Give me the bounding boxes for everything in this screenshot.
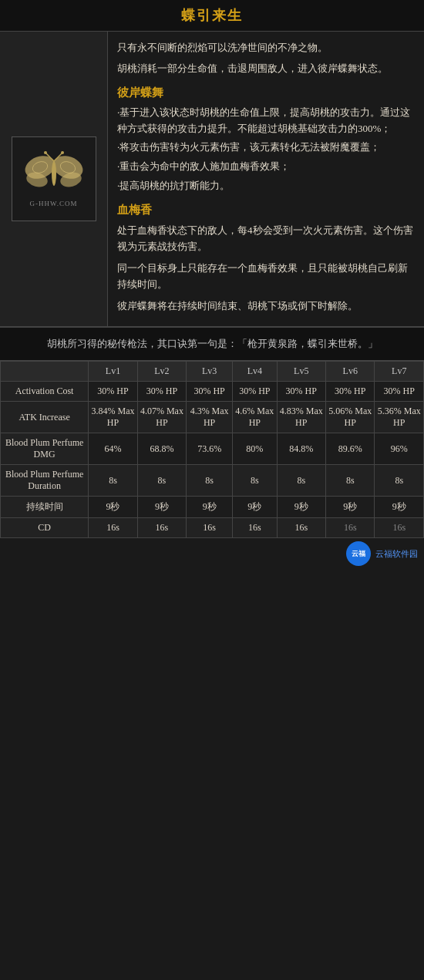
row-value-cell: 68.8% xyxy=(137,433,186,465)
row-value-cell: 4.6% Max HP xyxy=(233,402,277,433)
butterfly-icon xyxy=(23,150,85,197)
desc1-text: 胡桃消耗一部分生命值，击退周围敌人，进入彼岸蝶舞状态。 xyxy=(117,60,415,76)
row-value-cell: 30% HP xyxy=(233,382,277,402)
row-value-cell: 30% HP xyxy=(326,382,375,402)
row-value-cell: 4.07% Max HP xyxy=(137,402,186,433)
svg-point-4 xyxy=(52,161,56,186)
lore-text: 胡桃所习得的秘传枪法，其口诀第一句是：「枪开黄泉路，蝶引来世桥。」 xyxy=(47,338,378,349)
row-value-cell: 80% xyxy=(233,433,277,465)
stats-table: Lv1 Lv2 Lv3 Lv4 Lv5 Lv6 Lv7 Activation C… xyxy=(0,361,424,538)
title-bar: 蝶引来生 xyxy=(0,0,424,32)
content-area: G-HHW.COM 只有永不间断的烈焰可以洗净世间的不净之物。 胡桃消耗一部分生… xyxy=(0,32,424,327)
row-label-cell: ATK Increase xyxy=(1,402,89,433)
row-value-cell: 8s xyxy=(89,465,137,497)
svg-point-8 xyxy=(61,151,64,154)
table-row: CD16s16s16s16s16s16s16s xyxy=(1,518,424,538)
table-row: Blood Plum Perfume Duration8s8s8s8s8s8s8… xyxy=(1,465,424,497)
table-row: 持续时间9秒9秒9秒9秒9秒9秒9秒 xyxy=(1,497,424,518)
footer-logo: 云福 云福软件园 xyxy=(346,541,418,566)
blood-desc3: 彼岸蝶舞将在持续时间结束、胡桃下场或倒下时解除。 xyxy=(117,298,415,314)
row-label-cell: Activation Cost xyxy=(1,382,89,402)
logo-full-text: 云福软件园 xyxy=(375,548,418,560)
row-value-cell: 4.83% Max HP xyxy=(277,402,325,433)
row-value-cell: 16s xyxy=(277,518,325,538)
col-lv2: Lv2 xyxy=(137,362,186,382)
row-value-cell: 16s xyxy=(326,518,375,538)
row-value-cell: 8s xyxy=(187,465,233,497)
row-value-cell: 30% HP xyxy=(89,382,137,402)
row-value-cell: 89.6% xyxy=(326,433,375,465)
row-value-cell: 9秒 xyxy=(233,497,277,518)
skill-description: 只有永不间断的烈焰可以洗净世间的不净之物。 胡桃消耗一部分生命值，击退周围敌人，… xyxy=(108,32,424,326)
row-value-cell: 8s xyxy=(233,465,277,497)
stats-table-container: Lv1 Lv2 Lv3 Lv4 Lv5 Lv6 Lv7 Activation C… xyxy=(0,361,424,538)
bullet2: ·将攻击伤害转为火元素伤害，该元素转化无法被附魔覆盖； xyxy=(117,140,415,156)
logo-circle: 云福 xyxy=(346,541,371,566)
section1-title: 彼岸蝶舞 xyxy=(117,83,415,102)
row-value-cell: 3.84% Max HP xyxy=(89,402,137,433)
row-value-cell: 9秒 xyxy=(326,497,375,518)
row-value-cell: 16s xyxy=(375,518,424,538)
row-label-cell: Blood Plum Perfume Duration xyxy=(1,465,89,497)
row-value-cell: 5.36% Max HP xyxy=(375,402,424,433)
row-value-cell: 9秒 xyxy=(89,497,137,518)
watermark-text: G-HHW.COM xyxy=(30,200,78,207)
row-label-cell: CD xyxy=(1,518,89,538)
row-value-cell: 30% HP xyxy=(187,382,233,402)
row-value-cell: 30% HP xyxy=(375,382,424,402)
row-label-cell: Blood Plum Perfume DMG xyxy=(1,433,89,465)
row-value-cell: 9秒 xyxy=(187,497,233,518)
col-lv7: Lv7 xyxy=(375,362,424,382)
table-row: ATK Increase3.84% Max HP4.07% Max HP4.3%… xyxy=(1,402,424,433)
bullet3: ·重击会为命中的敌人施加血梅香效果； xyxy=(117,159,415,175)
col-lv5: Lv5 xyxy=(277,362,325,382)
row-value-cell: 16s xyxy=(187,518,233,538)
col-lv4: Lv4 xyxy=(233,362,277,382)
row-value-cell: 30% HP xyxy=(137,382,186,402)
blood-desc1: 处于血梅香状态下的敌人，每4秒会受到一次火元素伤害。这个伤害视为元素战技伤害。 xyxy=(117,222,415,255)
table-row: Blood Plum Perfume DMG64%68.8%73.6%80%84… xyxy=(1,433,424,465)
row-value-cell: 8s xyxy=(137,465,186,497)
table-header-row: Lv1 Lv2 Lv3 Lv4 Lv5 Lv6 Lv7 xyxy=(1,362,424,382)
footer: 云福 云福软件园 xyxy=(0,538,424,569)
row-value-cell: 64% xyxy=(89,433,137,465)
table-row: Activation Cost30% HP30% HP30% HP30% HP3… xyxy=(1,382,424,402)
blood-desc2: 同一个目标身上只能存在一个血梅香效果，且只能被胡桃自己刷新持续时间。 xyxy=(117,260,415,293)
row-value-cell: 96% xyxy=(375,433,424,465)
col-label xyxy=(1,362,89,382)
logo-abbr: 云福 xyxy=(352,549,365,559)
row-value-cell: 9秒 xyxy=(137,497,186,518)
row-value-cell: 9秒 xyxy=(375,497,424,518)
col-lv1: Lv1 xyxy=(89,362,137,382)
row-value-cell: 84.8% xyxy=(277,433,325,465)
row-value-cell: 8s xyxy=(326,465,375,497)
row-value-cell: 16s xyxy=(89,518,137,538)
skill-title: 蝶引来生 xyxy=(181,8,243,23)
bullet4: ·提高胡桃的抗打断能力。 xyxy=(117,178,415,194)
row-value-cell: 8s xyxy=(277,465,325,497)
row-label-cell: 持续时间 xyxy=(1,497,89,518)
row-value-cell: 8s xyxy=(375,465,424,497)
row-value-cell: 30% HP xyxy=(277,382,325,402)
row-value-cell: 5.06% Max HP xyxy=(326,402,375,433)
lore-bar: 胡桃所习得的秘传枪法，其口诀第一句是：「枪开黄泉路，蝶引来世桥。」 xyxy=(0,327,424,361)
bullet1: ·基于进入该状态时胡桃的生命值上限，提高胡桃的攻击力。通过这种方式获得的攻击力提… xyxy=(117,105,415,137)
svg-point-7 xyxy=(44,151,47,154)
skill-icon-inner: G-HHW.COM xyxy=(12,136,96,221)
row-value-cell: 16s xyxy=(233,518,277,538)
intro-text: 只有永不间断的烈焰可以洗净世间的不净之物。 xyxy=(117,39,415,56)
row-value-cell: 73.6% xyxy=(187,433,233,465)
row-value-cell: 16s xyxy=(137,518,186,538)
col-lv3: Lv3 xyxy=(187,362,233,382)
col-lv6: Lv6 xyxy=(326,362,375,382)
row-value-cell: 4.3% Max HP xyxy=(187,402,233,433)
row-value-cell: 9秒 xyxy=(277,497,325,518)
section2-title: 血梅香 xyxy=(117,200,415,219)
skill-icon-container: G-HHW.COM xyxy=(0,32,108,326)
